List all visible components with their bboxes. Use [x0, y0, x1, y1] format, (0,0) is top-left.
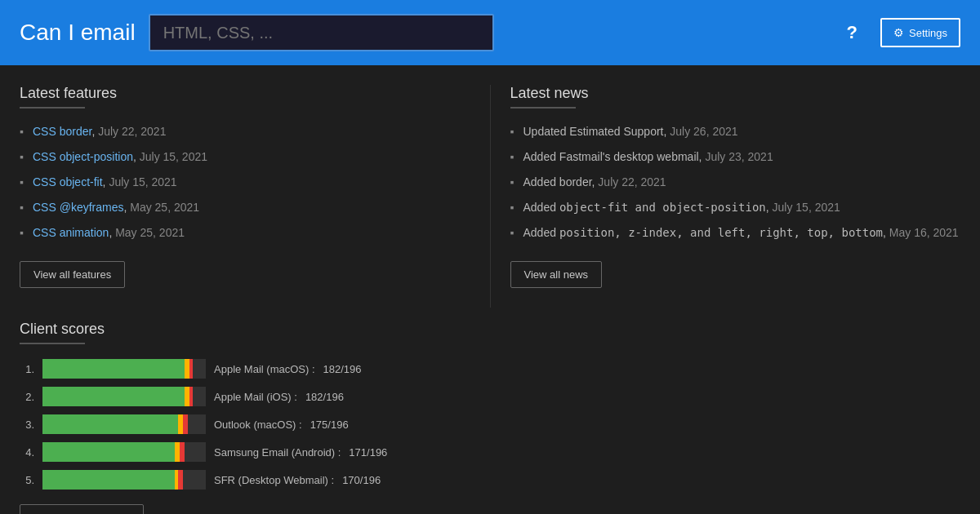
score-client-name: SFR (Desktop Webmail) :	[214, 474, 334, 486]
news-divider	[510, 107, 576, 109]
help-button[interactable]: ?	[837, 16, 867, 50]
list-item: Added position, z-index, and left, right…	[510, 224, 961, 241]
feature-link[interactable]: CSS border	[33, 125, 91, 138]
view-all-features-button[interactable]: View all features	[20, 261, 125, 288]
list-item: Added border, July 22, 2021	[510, 174, 961, 191]
score-value: 182/196	[323, 363, 362, 375]
features-title: Latest features	[20, 85, 470, 102]
list-item: CSS @keyframes, May 25, 2021	[20, 199, 470, 216]
score-value: 170/196	[342, 474, 381, 486]
score-rank: 5.	[20, 474, 34, 486]
score-rank: 4.	[20, 446, 34, 459]
green-bar	[42, 470, 175, 490]
red-bar	[189, 359, 193, 379]
red-bar	[178, 470, 183, 490]
score-client-name: Samsung Email (Android) :	[214, 446, 341, 459]
score-rows: 1. Apple Mail (macOS) : 182/196 2. Apple…	[20, 359, 960, 490]
features-divider	[20, 107, 85, 109]
settings-button[interactable]: ⚙ Settings	[880, 18, 960, 47]
gear-icon: ⚙	[893, 26, 904, 39]
score-value: 182/196	[305, 391, 344, 403]
green-bar	[42, 387, 185, 406]
score-rank: 2.	[20, 391, 34, 403]
red-bar	[183, 414, 188, 434]
score-row: 3. Outlook (macOS) : 175/196	[20, 414, 960, 434]
score-value: 175/196	[310, 419, 349, 431]
scores-divider	[20, 343, 85, 344]
main-content: Latest features CSS border, July 22, 202…	[0, 65, 980, 308]
green-bar	[42, 359, 185, 379]
features-list: CSS border, July 22, 2021CSS object-posi…	[20, 123, 470, 241]
score-bar	[42, 387, 206, 406]
view-all-news-button[interactable]: View all news	[510, 261, 603, 288]
header: Can I email ? ⚙ Settings	[0, 0, 980, 65]
news-list: Updated Estimated Support, July 26, 2021…	[510, 123, 961, 241]
score-client-name: Outlook (macOS) :	[214, 419, 302, 431]
news-title: Latest news	[510, 85, 961, 102]
site-title: Can I email	[20, 20, 136, 46]
client-scores-section: Client scores 1. Apple Mail (macOS) : 18…	[0, 321, 980, 514]
score-bar	[42, 414, 206, 434]
list-item: CSS object-fit, July 15, 2021	[20, 174, 470, 191]
score-rank: 3.	[20, 419, 34, 431]
score-client-name: Apple Mail (macOS) :	[214, 363, 315, 375]
list-item: CSS border, July 22, 2021	[20, 123, 470, 140]
score-bar	[42, 470, 206, 490]
list-item: Updated Estimated Support, July 26, 2021	[510, 123, 961, 140]
score-row: 1. Apple Mail (macOS) : 182/196	[20, 359, 960, 379]
score-row: 4. Samsung Email (Android) : 171/196	[20, 442, 960, 462]
score-client-name: Apple Mail (iOS) :	[214, 391, 297, 403]
score-row: 5. SFR (Desktop Webmail) : 170/196	[20, 470, 960, 490]
green-bar	[42, 414, 178, 434]
list-item: Added Fastmail's desktop webmail, July 2…	[510, 148, 961, 166]
search-input[interactable]	[149, 14, 494, 51]
feature-link[interactable]: CSS object-position	[33, 150, 133, 163]
list-item: CSS animation, May 25, 2021	[20, 224, 470, 241]
score-rank: 1.	[20, 363, 34, 375]
feature-link[interactable]: CSS animation	[33, 226, 109, 239]
red-bar	[189, 387, 193, 406]
feature-link[interactable]: CSS @keyframes	[33, 201, 123, 214]
settings-label: Settings	[909, 27, 947, 39]
score-value: 171/196	[349, 446, 387, 459]
score-bar	[42, 442, 206, 462]
view-scoreboard-button[interactable]: View the scoreboard	[20, 504, 144, 514]
feature-link[interactable]: CSS object-fit	[33, 175, 103, 188]
green-bar	[42, 442, 175, 462]
red-bar	[180, 442, 185, 462]
list-item: CSS object-position, July 15, 2021	[20, 148, 470, 166]
score-row: 2. Apple Mail (iOS) : 182/196	[20, 387, 960, 406]
news-column: Latest news Updated Estimated Support, J…	[491, 85, 981, 308]
list-item: Added object-fit and object-position, Ju…	[510, 199, 961, 216]
score-bar	[42, 359, 206, 379]
features-column: Latest features CSS border, July 22, 202…	[0, 85, 491, 308]
scores-title: Client scores	[20, 321, 960, 338]
